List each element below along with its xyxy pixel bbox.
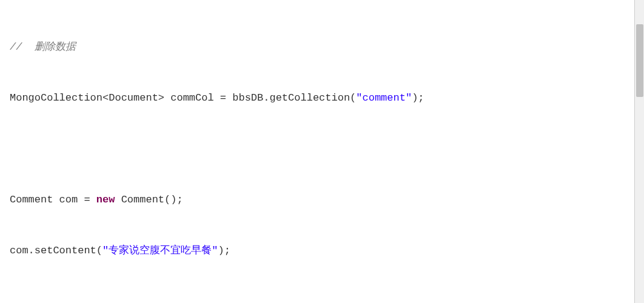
code-line[interactable]: Comment com = new Comment(); [10, 191, 634, 208]
code-text: ); [218, 245, 230, 256]
blank-line[interactable] [10, 293, 634, 303]
code-text: ); [412, 92, 424, 104]
scrollbar-thumb[interactable] [636, 24, 643, 97]
code-line[interactable]: MongoCollection<Document> commCol = bbsD… [10, 90, 634, 107]
code-line[interactable]: // 删除数据 [10, 39, 634, 56]
blank-line[interactable] [10, 141, 634, 158]
keyword: new [96, 194, 115, 205]
comment-text: // 删除数据 [10, 41, 76, 53]
code-text: MongoCollection<Document> commCol = bbsD… [10, 92, 356, 104]
code-text: Comment com = [10, 194, 96, 205]
string-literal: "comment" [356, 92, 412, 104]
vertical-scrollbar[interactable] [634, 0, 644, 303]
code-editor[interactable]: // 删除数据 MongoCollection<Document> commCo… [0, 0, 644, 303]
code-text: com.setContent( [10, 245, 102, 256]
code-line[interactable]: com.setContent("专家说空腹不宜吃早餐"); [10, 242, 634, 259]
code-text: Comment(); [115, 194, 183, 205]
string-literal: "专家说空腹不宜吃早餐" [102, 245, 218, 256]
